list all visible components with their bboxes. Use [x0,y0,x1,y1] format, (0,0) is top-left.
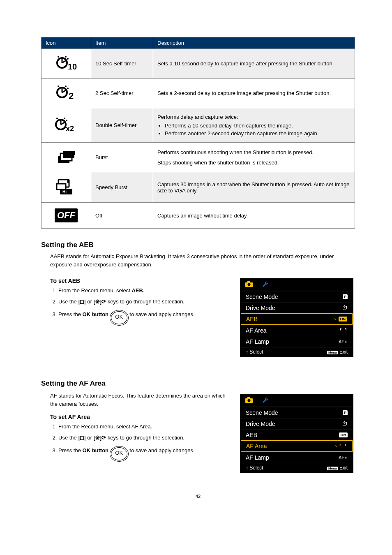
af-lamp-icon: AF✦ [339,455,348,460]
menu-item[interactable]: AEB›ON [241,313,353,325]
footer-select: ↕ Select [246,349,263,355]
menu-item-value: ON [339,432,348,437]
af-area-bracket-icon: ⸢ ⸣ [339,443,347,449]
svg-point-2 [65,56,67,58]
self-timer-small-icon: ⏱ [342,305,348,311]
table-header-desc: Description [153,37,355,49]
subheading-set-aeb: To set AEB [50,278,232,284]
menu-footer: ↕ Select MenuExit [241,463,353,472]
footer-exit: MenuExit [327,349,348,355]
menu-item-label: Scene Mode [246,294,278,300]
self-timer-small-icon: ⏱ [342,421,348,427]
desc-line: Performs continuous shooting when the Sh… [157,149,350,155]
menu-item[interactable]: AEBON [241,429,353,440]
svg-text:Hi: Hi [62,190,67,194]
speedy-burst-icon: Hi [55,178,77,195]
desc-bullet: Performs a 10-second delay, then capture… [165,123,350,129]
ok-button-icon: OK [111,311,127,324]
menu-item-label: AEB [246,432,257,438]
ok-button-icon: OK [111,447,127,460]
desc-intro: Performs delay and capture twice: [157,114,238,120]
af-lamp-icon: AF✦ [339,339,348,344]
menu-item[interactable]: Scene ModeP [241,407,353,418]
on-badge: ON [339,317,348,321]
p-mode-icon: P [343,294,348,299]
menu-item[interactable]: Drive Mode⏱ [241,418,353,429]
svg-rect-28 [247,397,250,399]
menu-item-label: AF Lamp [246,454,269,461]
svg-point-7 [65,86,67,87]
svg-rect-20 [67,180,69,183]
display-key-icon: |◻| [78,298,85,305]
chevron-right-icon: › [334,316,336,322]
svg-rect-17 [63,151,74,158]
footer-exit: MenuExit [327,465,348,471]
menu-item[interactable]: Drive Mode⏱ [241,302,353,313]
svg-point-3 [67,58,69,60]
p-mode-icon: P [343,410,348,415]
menu-item-value: AF✦ [339,339,348,344]
table-row: Burst Performs continuous shooting when … [42,143,355,172]
table-item: Burst [91,143,153,172]
table-row: Hi Speedy Burst Captures 30 images in a … [42,172,355,203]
step: Press the OK button OK to save and apply… [58,309,232,322]
table-desc: Sets a 2-second delay to capture image a… [153,79,355,108]
camera-tab-icon [241,279,257,291]
macro-key-icon: [❀]⟳ [94,298,106,305]
step: From the Record menu, select AEB. [58,287,232,295]
table-item: Off [91,203,153,229]
10-sec-self-timer-icon: 10 [55,55,77,71]
menu-item-value: ⸢ ⸣ [340,328,348,333]
menu-item[interactable]: AF Area›⸢ ⸣ [241,440,353,452]
wrench-tab-icon [257,395,274,407]
table-header-icon: Icon [42,37,91,49]
step: Use the |◻| or [❀]⟳ keys to go through t… [58,434,232,442]
af-area-bracket-icon: ⸢ ⸣ [340,328,348,333]
page-number: 42 [41,494,355,499]
aeb-steps: From the Record menu, select AEB. Use th… [50,287,232,322]
2-sec-self-timer-icon: 2 [55,84,77,101]
svg-point-11 [56,118,58,119]
macro-key-icon: [❀]⟳ [94,435,106,441]
step: From the Record menu, select AF Area. [58,423,232,431]
menu-item[interactable]: AF LampAF✦ [241,336,353,347]
table-item: Speedy Burst [91,172,153,203]
menu-item-label: AF Area [246,327,267,334]
menu-item-value: ›⸢ ⸣ [335,443,347,449]
svg-rect-21 [57,184,66,190]
double-self-timer-icon: x2 [54,116,78,133]
menu-footer: ↕ Select MenuExit [241,347,353,356]
heading-setting-aeb: Setting the AEB [41,241,355,249]
table-row: OFF Off Captures an image without time d… [42,203,355,229]
desc-line: Stops shooting when the shutter button i… [157,160,350,166]
menu-item-value: P [343,410,348,415]
menu-item[interactable]: Scene ModeP [241,291,353,302]
on-badge: ON [339,432,348,437]
svg-text:x2: x2 [66,125,74,133]
menu-item-label: AEB [246,316,258,322]
aeb-description: AAEB stands for Automatic Exposure Brack… [50,252,355,268]
table-desc: Performs delay and capture twice: Perfor… [153,108,355,143]
menu-item-value: ⏱ [342,421,348,427]
menu-item-label: AF Lamp [246,338,269,345]
svg-point-8 [67,88,69,89]
menu-item-label: Scene Mode [246,409,278,416]
table-header-item: Item [91,37,153,49]
menu-item-value: ›ON [334,316,348,322]
wrench-tab-icon [257,279,274,291]
svg-rect-18 [74,151,75,155]
display-key-icon: |◻| [78,435,85,441]
menu-item-value: P [343,294,348,299]
camera-tab-icon [241,395,257,407]
off-icon: OFF [55,208,78,222]
svg-text:2: 2 [69,91,74,101]
chevron-right-icon: › [335,443,337,449]
afarea-description: AF stands for Automatic Focus. This feat… [50,392,232,408]
svg-point-12 [64,118,65,119]
menu-item[interactable]: AF Area⸢ ⸣ [241,325,353,336]
svg-text:10: 10 [68,62,77,71]
table-item: 2 Sec Self-timer [91,79,153,108]
svg-point-1 [58,56,59,58]
step: Use the |◻| or [❀]⟳ keys to go through t… [58,298,232,306]
menu-item[interactable]: AF LampAF✦ [241,452,353,463]
